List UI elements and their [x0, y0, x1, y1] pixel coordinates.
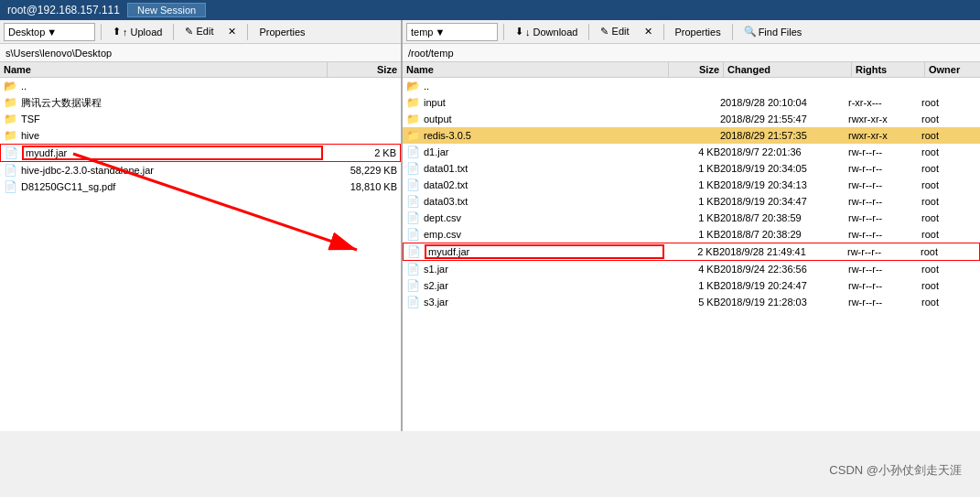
rfile-size-label: 5 KB	[665, 297, 720, 308]
rfile-changed-label: 2018/9/24 22:36:56	[720, 264, 848, 275]
local-drive-dropdown[interactable]: Desktop ▼	[4, 23, 95, 41]
left-file-row[interactable]: 📁hive	[0, 127, 401, 144]
rfile-rights-label: rw-r--r--	[848, 196, 921, 207]
rsep4	[732, 24, 733, 40]
left-files-container: 📂..📁腾讯云大数据课程📁TSF📁hive📄myudf.jar2 KB📄hive…	[0, 78, 401, 195]
rsep3	[663, 24, 664, 40]
rfile-name-label: dept.csv	[424, 212, 665, 223]
file-icon: 📄	[4, 164, 17, 177]
right-file-row[interactable]: 📄s2.jar1 KB2018/9/19 20:24:47rw-r--r--ro…	[403, 277, 980, 294]
parent-dir-icon: 📂	[4, 80, 17, 92]
file-icon: 📄	[406, 195, 420, 208]
rfile-size-label: 4 KB	[665, 146, 720, 157]
right-file-row[interactable]: 📄emp.csv1 KB2018/8/7 20:38:29rw-r--r--ro…	[403, 226, 980, 243]
upload-button[interactable]: ⬆ ↑ Upload	[107, 24, 167, 39]
right-file-row[interactable]: 📄data02.txt1 KB2018/9/19 20:34:13rw-r--r…	[403, 177, 980, 193]
left-delete-button[interactable]: ✕	[222, 24, 242, 39]
right-file-row[interactable]: 📂..	[403, 78, 980, 94]
rsep1	[503, 24, 504, 40]
file-name-label: 腾讯云大数据课程	[21, 96, 324, 110]
left-file-row[interactable]: 📄myudf.jar2 KB	[0, 144, 401, 162]
rfile-size-label: 1 KB	[665, 280, 720, 291]
rfile-owner-label: root	[921, 264, 976, 275]
file-icon: 📄	[407, 245, 421, 258]
right-file-row[interactable]: 📄data01.txt1 KB2018/9/19 20:34:05rw-r--r…	[403, 160, 980, 177]
left-edit-button[interactable]: ✎ Edit	[179, 24, 219, 39]
right-edit-button[interactable]: ✎ Edit	[595, 24, 634, 39]
rfile-name-label: s1.jar	[424, 264, 665, 275]
right-file-row[interactable]: 📁redis-3.0.52018/8/29 21:57:35rwxr-xr-xr…	[403, 127, 980, 144]
rfile-name-label: redis-3.0.5	[424, 130, 665, 141]
rfile-changed-label: 2018/9/28 20:10:04	[720, 97, 848, 108]
right-list-header: Name Size Changed Rights Owner	[403, 62, 980, 78]
rfile-rights-label: r-xr-x---	[848, 97, 921, 108]
rfile-size-label: 1 KB	[665, 212, 720, 223]
rfile-name-label: input	[424, 97, 665, 108]
properties-label: Properties	[259, 27, 305, 38]
file-icon: 📄	[406, 228, 420, 241]
upload-label: ↑ Upload	[123, 27, 162, 38]
file-name-label: hive	[21, 130, 324, 141]
right-file-row[interactable]: 📁output2018/8/29 21:55:47rwxr-xr-xroot	[403, 111, 980, 127]
rfile-owner-label: root	[921, 297, 976, 308]
rfile-rights-label: rw-r--r--	[848, 280, 921, 291]
file-icon: 📄	[406, 211, 420, 224]
rfile-size-label: 2 KB	[664, 246, 719, 257]
left-path: s\Users\lenovo\Desktop	[5, 48, 112, 59]
rfile-rights-label: rwxr-xr-x	[848, 113, 921, 124]
watermark: CSDN @小孙仗剑走天涯	[829, 462, 962, 479]
rfile-rights-label: rw-r--r--	[848, 229, 921, 240]
right-file-row[interactable]: 📄d1.jar4 KB2018/9/7 22:01:36rw-r--r--roo…	[403, 144, 980, 160]
file-size-label: 2 KB	[323, 147, 396, 158]
left-file-list[interactable]: Name Size 📂..📁腾讯云大数据课程📁TSF📁hive📄myudf.ja…	[0, 62, 401, 431]
left-file-row[interactable]: 📁腾讯云大数据课程	[0, 94, 401, 111]
remote-drive-label: temp	[411, 27, 433, 38]
rproperties-label: Properties	[675, 27, 721, 38]
right-file-row[interactable]: 📄myudf.jar2 KB2018/9/28 21:49:41rw-r--r-…	[403, 243, 980, 261]
upload-icon: ⬆	[113, 26, 121, 38]
title-text: root@192.168.157.111	[7, 4, 120, 16]
download-button[interactable]: ⬇ ↓ Download	[510, 24, 583, 39]
rfile-size-label: 4 KB	[665, 264, 720, 275]
right-file-row[interactable]: 📄data03.txt1 KB2018/9/19 20:34:47rw-r--r…	[403, 193, 980, 210]
right-file-row[interactable]: 📄dept.csv1 KB2018/8/7 20:38:59rw-r--r--r…	[403, 210, 980, 226]
file-name-label: D81250GC11_sg.pdf	[21, 181, 324, 192]
right-delete-button[interactable]: ✕	[639, 24, 658, 39]
rfile-changed-label: 2018/9/28 21:49:41	[719, 246, 847, 257]
rfile-rights-label: rw-r--r--	[848, 146, 921, 157]
remote-drive-dropdown[interactable]: temp ▼	[406, 23, 498, 41]
left-properties-button[interactable]: Properties	[253, 25, 310, 39]
rfile-rights-label: rw-r--r--	[848, 163, 921, 174]
rfile-changed-label: 2018/9/7 22:01:36	[720, 146, 848, 157]
right-properties-button[interactable]: Properties	[670, 25, 727, 39]
rfile-size-label: 1 KB	[665, 179, 720, 190]
rsep2	[588, 24, 589, 40]
right-file-row[interactable]: 📁input2018/9/28 20:10:04r-xr-x---root	[403, 94, 980, 111]
right-file-row[interactable]: 📄s1.jar4 KB2018/9/24 22:36:56rw-r--r--ro…	[403, 261, 980, 277]
dropdown-arrow: ▼	[47, 27, 57, 38]
right-file-row[interactable]: 📄s3.jar5 KB2018/9/19 21:28:03rw-r--r--ro…	[403, 294, 980, 310]
rfile-changed-label: 2018/8/7 20:38:59	[720, 212, 848, 223]
left-file-row[interactable]: 📂..	[0, 78, 401, 94]
drive-label: Desktop	[8, 27, 45, 38]
find-files-button[interactable]: 🔍 Find Files	[738, 24, 808, 39]
left-list-header: Name Size	[0, 62, 401, 78]
rfile-rights-label: rw-r--r--	[848, 212, 921, 223]
rfile-owner-label: root	[921, 196, 976, 207]
left-file-row[interactable]: 📁TSF	[0, 111, 401, 127]
right-path: /root/temp	[408, 48, 454, 59]
file-name-label: TSF	[21, 113, 324, 124]
download-icon: ⬇	[515, 26, 523, 38]
left-file-row[interactable]: 📄D81250GC11_sg.pdf18,810 KB	[0, 178, 401, 195]
left-file-row[interactable]: 📄hive-jdbc-2.3.0-standalone.jar58,229 KB	[0, 162, 401, 178]
rfile-changed-label: 2018/9/19 20:24:47	[720, 280, 848, 291]
rfile-rights-label: rw-r--r--	[848, 264, 921, 275]
right-file-list[interactable]: Name Size Changed Rights Owner 📂..📁input…	[403, 62, 980, 431]
file-icon: 📄	[5, 146, 18, 159]
col-name-header: Name	[0, 62, 328, 77]
folder-icon: 📁	[4, 113, 17, 125]
new-session-tab[interactable]: New Session	[127, 3, 206, 17]
file-name-label: hive-jdbc-2.3.0-standalone.jar	[21, 165, 324, 176]
file-icon: 📄	[406, 279, 420, 292]
remote-dropdown-arrow: ▼	[435, 27, 445, 38]
